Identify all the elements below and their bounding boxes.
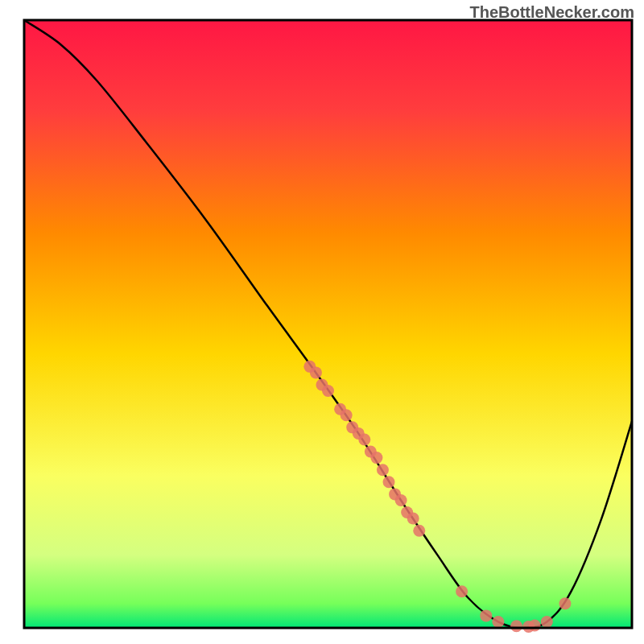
data-point <box>407 513 419 525</box>
chart-container: TheBottleNecker.com <box>0 0 644 644</box>
data-point <box>559 597 571 609</box>
data-point <box>541 616 553 628</box>
attribution-label: TheBottleNecker.com <box>469 3 634 22</box>
data-point <box>377 464 389 476</box>
data-point <box>413 525 425 537</box>
data-point <box>358 433 370 445</box>
data-point <box>341 409 353 421</box>
plot-background <box>24 20 632 628</box>
data-point <box>370 452 382 464</box>
data-point <box>492 616 504 628</box>
data-point <box>310 366 322 378</box>
data-point <box>395 494 407 506</box>
data-point <box>322 385 334 397</box>
data-point <box>456 585 468 597</box>
data-point <box>510 620 522 632</box>
data-point <box>383 476 395 488</box>
chart-svg <box>0 0 644 644</box>
data-point <box>529 619 541 631</box>
data-point <box>480 609 492 621</box>
